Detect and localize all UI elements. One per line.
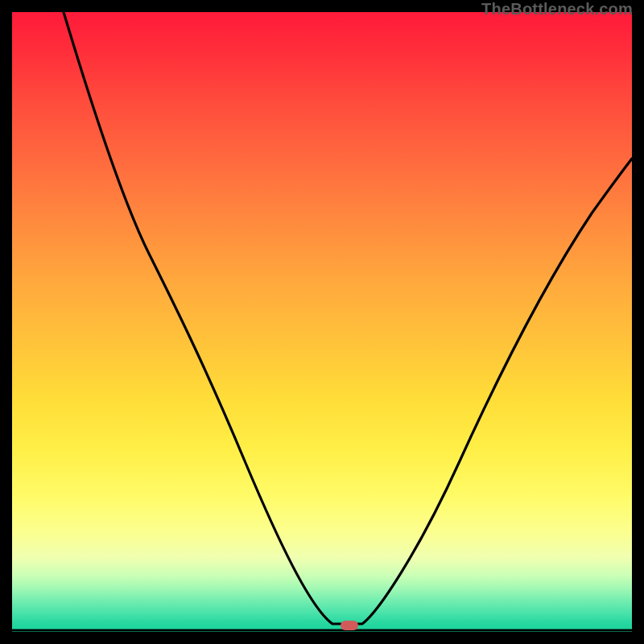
bottleneck-curve bbox=[12, 12, 632, 632]
chart-frame: TheBottleneck.com bbox=[0, 0, 644, 644]
optimal-marker bbox=[341, 621, 358, 630]
watermark-text: TheBottleneck.com bbox=[481, 0, 633, 19]
curve-path bbox=[64, 12, 632, 624]
plot-area bbox=[12, 12, 632, 632]
